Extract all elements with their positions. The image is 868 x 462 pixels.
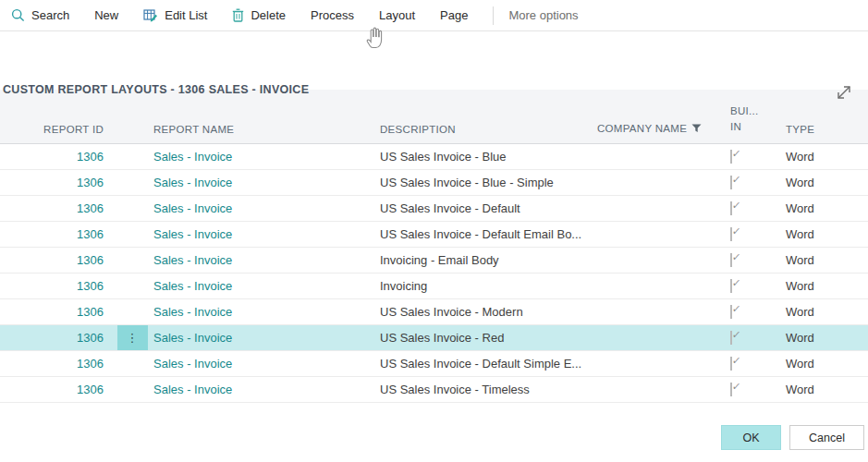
built-in-checkbox (730, 357, 732, 371)
table-row[interactable]: 1306 ⋮ Sales - Invoice US Sales Invoice … (0, 196, 868, 222)
report-id-cell: 1306 (0, 279, 111, 293)
row-handle-cell: ⋮ (111, 377, 153, 402)
type-cell: Word (781, 279, 868, 293)
report-name-cell: Sales - Invoice (153, 357, 379, 371)
page-label: Page (440, 8, 468, 22)
description-cell: US Sales Invoice - Blue - Simple (379, 176, 596, 189)
delete-button[interactable]: Delete (232, 8, 286, 22)
ok-button[interactable]: OK (721, 425, 781, 450)
more-options-label: More options (508, 8, 578, 22)
column-header-spacer (111, 135, 153, 143)
report-id-link[interactable]: 1306 (77, 201, 104, 215)
report-name-cell: Sales - Invoice (153, 201, 379, 215)
built-in-cell (728, 279, 781, 293)
report-name-cell: Sales - Invoice (153, 150, 379, 164)
report-name-link[interactable]: Sales - Invoice (153, 279, 232, 293)
column-header-report-name[interactable]: REPORT NAME (153, 124, 379, 143)
built-in-cell (728, 227, 781, 241)
report-name-cell: Sales - Invoice (153, 176, 379, 189)
table-row[interactable]: 1306 ⋮ Sales - Invoice US Sales Invoice … (0, 299, 868, 325)
report-id-cell: 1306 (0, 357, 111, 371)
column-header-type[interactable]: TYPE (781, 124, 868, 143)
table-row[interactable]: 1306 ⋮ Sales - Invoice US Sales Invoice … (0, 222, 868, 248)
row-handle-cell: ⋮ (111, 170, 153, 195)
table-row[interactable]: 1306 ⋮ Sales - Invoice US Sales Invoice … (0, 351, 868, 377)
type-cell: Word (781, 227, 868, 241)
report-id-link[interactable]: 1306 (77, 176, 104, 189)
built-in-header-line2: IN (730, 119, 781, 135)
row-handle-cell: ⋮ (111, 325, 153, 350)
built-in-cell (728, 253, 781, 267)
more-options-button[interactable]: More options (508, 8, 578, 22)
report-id-link[interactable]: 1306 (77, 305, 104, 319)
table-header-row: REPORT ID REPORT NAME DESCRIPTION COMPAN… (0, 90, 868, 144)
report-id-link[interactable]: 1306 (77, 383, 104, 396)
built-in-cell (728, 176, 781, 189)
row-handle-cell: ⋮ (111, 222, 153, 247)
vertical-ellipsis-icon[interactable]: ⋮ (117, 325, 148, 350)
new-button[interactable]: New (94, 8, 118, 22)
report-name-link[interactable]: Sales - Invoice (153, 227, 232, 241)
report-name-cell: Sales - Invoice (153, 383, 379, 396)
description-cell: US Sales Invoice - Modern (379, 305, 596, 319)
toolbar-divider (493, 6, 494, 25)
type-cell: Word (781, 305, 868, 319)
edit-list-icon (143, 8, 158, 22)
edit-list-label: Edit List (165, 8, 207, 22)
report-name-link[interactable]: Sales - Invoice (153, 305, 232, 319)
built-in-cell (728, 305, 781, 319)
report-name-link[interactable]: Sales - Invoice (153, 331, 232, 345)
type-cell: Word (781, 150, 868, 164)
report-id-link[interactable]: 1306 (77, 357, 104, 371)
column-header-built-in[interactable]: BUI... IN (728, 103, 781, 143)
table-row[interactable]: 1306 ⋮ Sales - Invoice Invoicing - Email… (0, 248, 868, 274)
cancel-button[interactable]: Cancel (789, 425, 864, 450)
layout-menu[interactable]: Layout (379, 8, 415, 22)
type-cell: Word (781, 357, 868, 371)
description-cell: US Sales Invoice - Red (379, 331, 596, 345)
column-header-report-id[interactable]: REPORT ID (0, 124, 111, 143)
built-in-checkbox (730, 331, 732, 345)
report-layouts-table: REPORT ID REPORT NAME DESCRIPTION COMPAN… (0, 90, 868, 403)
report-name-link[interactable]: Sales - Invoice (153, 383, 232, 396)
report-name-link[interactable]: Sales - Invoice (153, 176, 232, 189)
type-cell: Word (781, 253, 868, 267)
edit-list-button[interactable]: Edit List (143, 8, 207, 22)
row-handle-cell: ⋮ (111, 299, 153, 324)
table-row[interactable]: 1306 ⋮ Sales - Invoice US Sales Invoice … (0, 144, 868, 170)
report-id-link[interactable]: 1306 (77, 150, 104, 164)
row-handle-cell: ⋮ (111, 248, 153, 273)
table-row[interactable]: 1306 ⋮ Sales - Invoice Invoicing Word (0, 274, 868, 299)
built-in-checkbox (730, 305, 732, 319)
column-header-description[interactable]: DESCRIPTION (379, 124, 596, 143)
report-name-link[interactable]: Sales - Invoice (153, 150, 232, 164)
report-name-link[interactable]: Sales - Invoice (153, 357, 232, 371)
type-cell: Word (781, 201, 868, 215)
report-id-cell: 1306 (0, 383, 111, 396)
table-row[interactable]: 1306 ⋮ Sales - Invoice US Sales Invoice … (0, 170, 868, 196)
layout-label: Layout (379, 8, 415, 22)
built-in-cell (728, 357, 781, 371)
built-in-header-line1: BUI... (730, 103, 781, 119)
expand-diagonal-icon[interactable] (834, 82, 854, 103)
report-name-link[interactable]: Sales - Invoice (153, 201, 232, 215)
description-cell: US Sales Invoice - Default Email Bo... (379, 227, 596, 241)
page-menu[interactable]: Page (440, 8, 468, 22)
report-name-cell: Sales - Invoice (153, 253, 379, 267)
report-name-link[interactable]: Sales - Invoice (153, 253, 232, 267)
report-id-link[interactable]: 1306 (77, 253, 104, 267)
search-button[interactable]: Search (11, 8, 69, 22)
company-name-header-label: COMPANY NAME (597, 123, 687, 134)
report-name-cell: Sales - Invoice (153, 279, 379, 293)
report-name-cell: Sales - Invoice (153, 227, 379, 241)
report-id-link[interactable]: 1306 (77, 227, 104, 241)
process-menu[interactable]: Process (311, 8, 354, 22)
column-header-company-name[interactable]: COMPANY NAME (596, 123, 728, 143)
table-row[interactable]: 1306 ⋮ Sales - Invoice US Sales Invoice … (0, 325, 868, 351)
row-handle-cell: ⋮ (111, 196, 153, 221)
delete-label: Delete (251, 8, 286, 22)
table-row[interactable]: 1306 ⋮ Sales - Invoice US Sales Invoice … (0, 377, 868, 403)
report-id-link[interactable]: 1306 (77, 331, 104, 345)
report-id-link[interactable]: 1306 (77, 279, 104, 293)
built-in-checkbox (730, 279, 732, 293)
